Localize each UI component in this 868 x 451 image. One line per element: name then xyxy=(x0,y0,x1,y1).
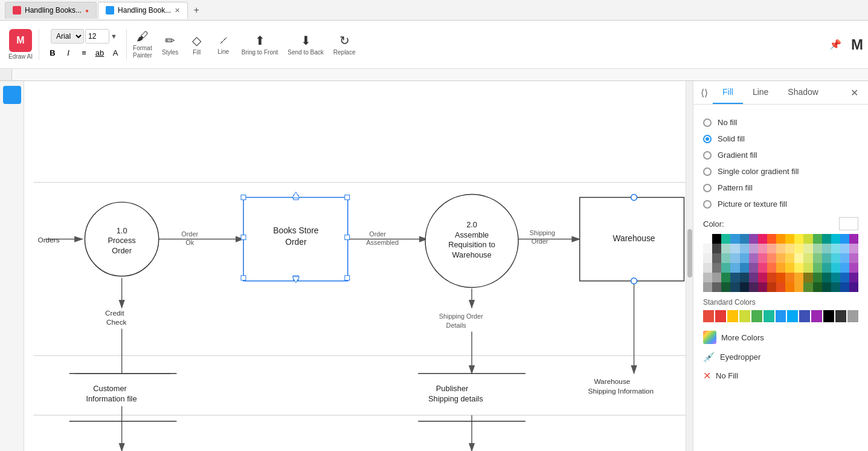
format-painter-button[interactable]: 🖌 Format Painter xyxy=(129,27,156,62)
tab-fill[interactable]: Fill xyxy=(713,81,743,104)
color-cell-3-11[interactable] xyxy=(803,263,812,273)
color-cell-5-11[interactable] xyxy=(803,282,812,292)
std-color-11[interactable] xyxy=(835,310,846,322)
fill-option-picture-texture-fill[interactable]: Picture or texture fill xyxy=(703,196,858,212)
color-cell-0-4[interactable] xyxy=(740,234,749,244)
fill-option-no-fill[interactable]: No fill xyxy=(703,114,858,131)
color-cell-1-5[interactable] xyxy=(749,244,758,253)
color-cell-1-6[interactable] xyxy=(758,244,767,253)
color-cell-0-14[interactable] xyxy=(831,234,840,244)
color-cell-3-2[interactable] xyxy=(721,263,730,273)
color-cell-1-16[interactable] xyxy=(849,244,858,253)
color-cell-3-3[interactable] xyxy=(730,263,739,273)
color-cell-1-14[interactable] xyxy=(831,244,840,253)
std-color-9[interactable] xyxy=(811,310,822,322)
replace-button[interactable]: ↻ Replace xyxy=(330,31,359,59)
fill-button[interactable]: ◇ Fill xyxy=(185,31,209,59)
color-cell-4-8[interactable] xyxy=(776,273,785,282)
color-cell-5-16[interactable] xyxy=(849,282,858,292)
color-cell-4-0[interactable] xyxy=(703,273,712,282)
font-size-input[interactable] xyxy=(85,29,109,44)
color-cell-3-15[interactable] xyxy=(840,263,849,273)
tab-1[interactable]: Handling Books... ● xyxy=(5,2,97,19)
fill-option-single-color-gradient[interactable]: Single color gradient fill xyxy=(703,163,858,180)
color-cell-5-10[interactable] xyxy=(794,282,803,292)
color-cell-3-5[interactable] xyxy=(749,263,758,273)
color-cell-2-14[interactable] xyxy=(831,253,840,263)
bold-button[interactable]: B xyxy=(45,45,60,60)
color-cell-2-8[interactable] xyxy=(776,253,785,263)
new-tab-button[interactable]: + xyxy=(189,3,204,18)
canvas[interactable]: 1.0 Process Order Books Store Order 2.0 … xyxy=(24,81,693,451)
color-cell-0-10[interactable] xyxy=(794,234,803,244)
std-color-1[interactable] xyxy=(715,310,726,322)
underline-button[interactable]: ab xyxy=(92,45,107,60)
std-color-4[interactable] xyxy=(751,310,762,322)
fill-option-solid-fill[interactable]: Solid fill xyxy=(703,131,858,147)
color-cell-0-11[interactable] xyxy=(803,234,812,244)
color-cell-3-7[interactable] xyxy=(767,263,776,273)
color-cell-2-4[interactable] xyxy=(740,253,749,263)
color-cell-4-15[interactable] xyxy=(840,273,849,282)
std-color-10[interactable] xyxy=(823,310,834,322)
tab-2-close[interactable]: ✕ xyxy=(175,7,180,15)
color-cell-4-3[interactable] xyxy=(730,273,739,282)
color-cell-2-1[interactable] xyxy=(712,253,721,263)
color-cell-1-1[interactable] xyxy=(712,244,721,253)
color-cell-0-5[interactable] xyxy=(749,234,758,244)
color-cell-5-3[interactable] xyxy=(730,282,739,292)
color-cell-4-7[interactable] xyxy=(767,273,776,282)
color-cell-2-9[interactable] xyxy=(785,253,794,263)
pin-button[interactable]: 📌 xyxy=(827,36,844,53)
color-cell-4-5[interactable] xyxy=(749,273,758,282)
color-cell-2-0[interactable] xyxy=(703,253,712,263)
color-cell-5-12[interactable] xyxy=(813,282,822,292)
panel-expand-icon[interactable]: ⟨⟩ xyxy=(698,82,710,103)
color-cell-5-14[interactable] xyxy=(831,282,840,292)
color-cell-5-13[interactable] xyxy=(822,282,831,292)
std-color-8[interactable] xyxy=(799,310,810,322)
color-cell-5-7[interactable] xyxy=(767,282,776,292)
color-cell-3-16[interactable] xyxy=(849,263,858,273)
line-button[interactable]: ⟋ Line xyxy=(211,31,236,58)
send-to-back-button[interactable]: ⬇ Send to Back xyxy=(284,31,327,59)
tab-2[interactable]: Handling Book... ✕ xyxy=(98,2,188,19)
color-cell-0-8[interactable] xyxy=(776,234,785,244)
color-cell-4-12[interactable] xyxy=(813,273,822,282)
color-cell-3-8[interactable] xyxy=(776,263,785,273)
color-cell-0-2[interactable] xyxy=(721,234,730,244)
color-cell-2-16[interactable] xyxy=(849,253,858,263)
color-cell-4-10[interactable] xyxy=(794,273,803,282)
color-cell-2-12[interactable] xyxy=(813,253,822,263)
color-cell-0-9[interactable] xyxy=(785,234,794,244)
color-cell-3-4[interactable] xyxy=(740,263,749,273)
color-cell-2-10[interactable] xyxy=(794,253,803,263)
color-cell-1-11[interactable] xyxy=(803,244,812,253)
std-color-5[interactable] xyxy=(764,310,774,322)
color-cell-5-8[interactable] xyxy=(776,282,785,292)
no-fill-option[interactable]: ✕ No Fill xyxy=(703,366,858,385)
align-button[interactable]: ≡ xyxy=(77,45,91,60)
color-cell-1-3[interactable] xyxy=(730,244,739,253)
color-cell-4-9[interactable] xyxy=(785,273,794,282)
color-cell-4-4[interactable] xyxy=(740,273,749,282)
color-cell-2-13[interactable] xyxy=(822,253,831,263)
color-cell-2-11[interactable] xyxy=(803,253,812,263)
bring-to-front-button[interactable]: ⬆ Bring to Front xyxy=(238,31,282,59)
std-color-3[interactable] xyxy=(739,310,750,322)
color-cell-0-1[interactable] xyxy=(712,234,721,244)
color-cell-1-4[interactable] xyxy=(740,244,749,253)
color-cell-1-12[interactable] xyxy=(813,244,822,253)
color-cell-4-16[interactable] xyxy=(849,273,858,282)
color-cell-2-2[interactable] xyxy=(721,253,730,263)
color-cell-1-0[interactable] xyxy=(703,244,712,253)
color-cell-0-13[interactable] xyxy=(822,234,831,244)
color-cell-3-9[interactable] xyxy=(785,263,794,273)
std-color-12[interactable] xyxy=(847,310,858,322)
color-cell-0-15[interactable] xyxy=(840,234,849,244)
color-cell-0-7[interactable] xyxy=(767,234,776,244)
color-cell-4-1[interactable] xyxy=(712,273,721,282)
color-cell-3-0[interactable] xyxy=(703,263,712,273)
panel-close-button[interactable]: ✕ xyxy=(846,82,863,103)
color-cell-0-3[interactable] xyxy=(730,234,739,244)
